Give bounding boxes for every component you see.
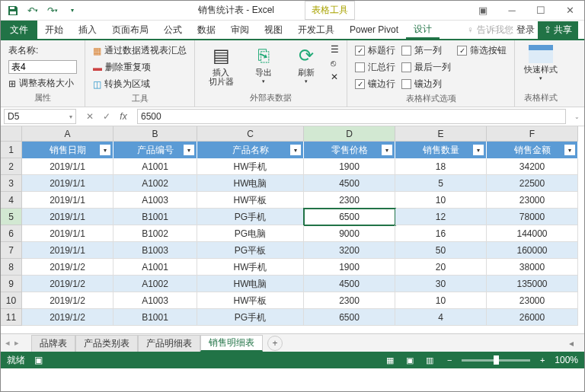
qat-customize[interactable]: ▾ — [63, 2, 82, 19]
close-button[interactable]: ✕ — [558, 2, 581, 19]
cell[interactable]: B1001 — [113, 209, 197, 225]
cell[interactable]: 2019/1/1 — [22, 192, 113, 209]
cell[interactable]: HW手机 — [197, 259, 304, 276]
cell[interactable]: 2019/1/1 — [22, 209, 113, 225]
sheet-tab-3[interactable]: 产品明细表 — [138, 335, 200, 352]
resize-table-button[interactable]: ⊞调整表格大小 — [8, 76, 77, 91]
cell[interactable]: 12 — [395, 209, 487, 225]
row-header[interactable]: 5 — [1, 209, 22, 225]
cell[interactable]: 6500 — [304, 209, 395, 225]
last-col-checkbox[interactable]: 最后一列 — [401, 60, 451, 75]
cell[interactable]: 78000 — [487, 209, 578, 225]
row-header[interactable]: 11 — [1, 309, 22, 326]
scroll-left-icon[interactable]: ◂ — [569, 338, 574, 349]
row-header[interactable]: 1 — [1, 142, 22, 158]
cell[interactable]: 5 — [395, 175, 487, 192]
column-header[interactable]: B — [113, 126, 197, 142]
filter-dropdown-icon[interactable]: ▾ — [564, 145, 575, 155]
table-header[interactable]: 销售数量▾ — [395, 142, 487, 158]
cell[interactable]: A1002 — [113, 175, 197, 192]
remove-duplicates-button[interactable]: ▬删除重复项 — [93, 60, 187, 75]
cell[interactable]: 144000 — [487, 225, 578, 242]
cell[interactable]: HW电脑 — [197, 175, 304, 192]
filter-button-checkbox[interactable]: ✓筛选按钮 — [457, 43, 507, 58]
view-page-break-button[interactable]: ▥ — [422, 353, 437, 367]
export-button[interactable]: ⎘导出▾ — [245, 43, 282, 86]
cell[interactable]: 4 — [395, 309, 487, 326]
row-header[interactable]: 7 — [1, 242, 22, 259]
row-header[interactable]: 4 — [1, 192, 22, 209]
properties-button[interactable]: ☰ — [331, 43, 339, 56]
cell[interactable]: 26000 — [487, 309, 578, 326]
tab-power-pivot[interactable]: Power Pivot — [342, 21, 406, 39]
zoom-level[interactable]: 100% — [555, 355, 578, 365]
column-header[interactable]: A — [22, 126, 113, 142]
worksheet-grid[interactable]: ABCDEF1销售日期▾产品编号▾产品名称▾零售价格▾销售数量▾销售金额▾220… — [1, 126, 584, 333]
cell[interactable]: 4500 — [304, 175, 395, 192]
sheet-nav[interactable]: ◂▸ — [4, 338, 21, 348]
cell[interactable]: 9000 — [304, 225, 395, 242]
first-col-checkbox[interactable]: 第一列 — [401, 43, 451, 58]
cell[interactable]: HW手机 — [197, 158, 304, 175]
cell[interactable]: 1900 — [304, 259, 395, 276]
cell[interactable]: 10 — [395, 192, 487, 209]
filter-dropdown-icon[interactable]: ▾ — [473, 145, 484, 155]
cell[interactable]: 23000 — [487, 192, 578, 209]
summarize-pivot-button[interactable]: ▦通过数据透视表汇总 — [93, 43, 187, 58]
cell[interactable]: 1900 — [304, 158, 395, 175]
cell[interactable]: 4500 — [304, 276, 395, 292]
column-header[interactable]: D — [304, 126, 395, 142]
row-header[interactable]: 3 — [1, 175, 22, 192]
cell[interactable]: PG手机 — [197, 209, 304, 225]
cell[interactable]: 160000 — [487, 242, 578, 259]
zoom-in-button[interactable]: + — [535, 353, 550, 367]
tell-me[interactable]: 告诉我您 — [477, 24, 513, 37]
minimize-button[interactable]: ─ — [500, 2, 523, 19]
cancel-entry-button[interactable]: ✕ — [82, 109, 98, 124]
cell[interactable]: 50 — [395, 242, 487, 259]
tab-page-layout[interactable]: 页面布局 — [104, 21, 156, 39]
cell[interactable]: 2019/1/2 — [22, 292, 113, 309]
cell[interactable]: 2019/1/2 — [22, 276, 113, 292]
cell[interactable]: 2019/1/1 — [22, 242, 113, 259]
formula-bar[interactable]: 6500 — [137, 109, 566, 124]
banded-rows-checkbox[interactable]: ✓镶边行 — [355, 77, 395, 91]
column-header[interactable]: F — [487, 126, 578, 142]
cell[interactable]: HW平板 — [197, 192, 304, 209]
sheet-tab-4[interactable]: 销售明细表 — [200, 335, 263, 352]
tab-data[interactable]: 数据 — [190, 21, 223, 39]
column-header[interactable]: C — [197, 126, 304, 142]
cell[interactable]: 2019/1/1 — [22, 225, 113, 242]
cell[interactable]: A1001 — [113, 259, 197, 276]
cell[interactable]: PG电脑 — [197, 225, 304, 242]
zoom-slider[interactable] — [462, 359, 530, 362]
filter-dropdown-icon[interactable]: ▾ — [100, 145, 110, 155]
ribbon-display-options[interactable]: ▣ — [472, 2, 494, 19]
macro-record-icon[interactable]: ▣ — [34, 355, 43, 365]
row-header[interactable]: 6 — [1, 225, 22, 242]
tab-review[interactable]: 审阅 — [223, 21, 257, 39]
view-page-layout-button[interactable]: ▣ — [402, 353, 417, 367]
filter-dropdown-icon[interactable]: ▾ — [184, 145, 194, 155]
row-header[interactable]: 10 — [1, 292, 22, 309]
cell[interactable]: PG平板 — [197, 242, 304, 259]
convert-range-button[interactable]: ◫转换为区域 — [93, 77, 187, 91]
cell[interactable]: 2019/1/1 — [22, 158, 113, 175]
cell[interactable]: 18 — [395, 158, 487, 175]
cell[interactable]: 2019/1/1 — [22, 175, 113, 192]
tab-view[interactable]: 视图 — [257, 21, 290, 39]
name-box[interactable]: D5▾ — [4, 109, 76, 124]
share-button[interactable]: ⇪共享 — [538, 21, 578, 39]
row-header[interactable]: 8 — [1, 259, 22, 276]
zoom-out-button[interactable]: − — [442, 353, 457, 367]
table-header[interactable]: 产品名称▾ — [197, 142, 304, 158]
cell[interactable]: A1002 — [113, 276, 197, 292]
cell[interactable]: 3200 — [304, 242, 395, 259]
cell[interactable]: 6500 — [304, 309, 395, 326]
new-sheet-button[interactable]: + — [267, 336, 283, 351]
cell[interactable]: HW电脑 — [197, 276, 304, 292]
cell[interactable]: 2300 — [304, 192, 395, 209]
insert-slicer-button[interactable]: ▤插入切片器 — [203, 43, 239, 88]
cell[interactable]: A1003 — [113, 292, 197, 309]
cell[interactable]: B1003 — [113, 242, 197, 259]
